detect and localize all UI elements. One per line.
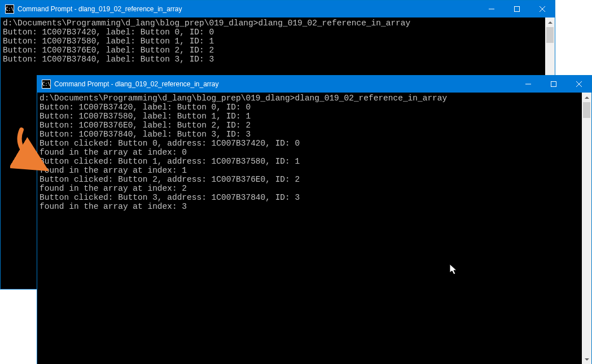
svg-marker-11 xyxy=(585,358,589,361)
svg-rect-1 xyxy=(514,7,519,12)
terminal-line: Button: 1C007B37840, label: Button 3, ID… xyxy=(40,130,580,139)
titlebar-front[interactable]: C:\ Command Prompt - dlang_019_02_refere… xyxy=(37,76,591,93)
terminal-line: Button: 1C007B376E0, label: Button 2, ID… xyxy=(3,46,543,55)
close-button[interactable] xyxy=(529,1,555,17)
terminal-line: Button: 1C007B376E0, label: Button 2, ID… xyxy=(40,121,580,130)
maximize-button[interactable] xyxy=(541,76,566,93)
cmd-window-front: C:\ Command Prompt - dlang_019_02_refere… xyxy=(37,75,592,364)
minimize-button[interactable] xyxy=(515,76,541,93)
cmd-icon: C:\ xyxy=(42,80,51,89)
svg-marker-4 xyxy=(548,21,552,24)
scroll-thumb[interactable] xyxy=(546,27,554,43)
scroll-up-button[interactable] xyxy=(545,17,555,27)
svg-marker-10 xyxy=(585,97,589,99)
terminal-line: Button clicked: Button 2, address: 1C007… xyxy=(40,175,580,184)
terminal-line: Button clicked: Button 0, address: 1C007… xyxy=(40,139,580,148)
terminal-line: found in the array at index: 2 xyxy=(40,184,580,193)
terminal-line: Button clicked: Button 1, address: 1C007… xyxy=(40,157,580,166)
terminal-output-front[interactable]: d:\Documents\Programming\d_lang\blog_pre… xyxy=(37,93,582,364)
terminal-line: d:\Documents\Programming\d_lang\blog_pre… xyxy=(3,19,543,28)
terminal-line: Button: 1C007B37420, label: Button 0, ID… xyxy=(3,28,543,37)
terminal-line: Button: 1C007B37420, label: Button 0, ID… xyxy=(40,103,580,112)
svg-rect-7 xyxy=(551,82,556,87)
window-title-back: Command Prompt - dlang_019_02_reference_… xyxy=(17,5,182,13)
titlebar-back[interactable]: C:\ Command Prompt - dlang_019_02_refere… xyxy=(1,1,555,17)
terminal-line: Button clicked: Button 3, address: 1C007… xyxy=(40,193,580,202)
terminal-line: found in the array at index: 3 xyxy=(40,202,580,211)
cmd-icon: C:\ xyxy=(5,5,14,14)
close-button[interactable] xyxy=(566,76,591,93)
terminal-line: Button: 1C007B37580, label: Button 1, ID… xyxy=(40,112,580,121)
terminal-line: Button: 1C007B37840, label: Button 3, ID… xyxy=(3,55,543,64)
scrollbar-front[interactable] xyxy=(582,93,591,364)
window-title-front: Command Prompt - dlang_019_02_reference_… xyxy=(54,80,219,88)
maximize-button[interactable] xyxy=(504,1,529,17)
terminal-line: found in the array at index: 1 xyxy=(40,166,580,175)
scroll-down-button[interactable] xyxy=(582,354,591,364)
scroll-thumb[interactable] xyxy=(583,102,590,118)
minimize-button[interactable] xyxy=(479,1,504,17)
scroll-up-button[interactable] xyxy=(582,93,591,102)
terminal-line: d:\Documents\Programming\d_lang\blog_pre… xyxy=(40,94,580,103)
terminal-line: Button: 1C007B37580, label: Button 1, ID… xyxy=(3,37,543,46)
terminal-line: found in the array at index: 0 xyxy=(40,148,580,157)
